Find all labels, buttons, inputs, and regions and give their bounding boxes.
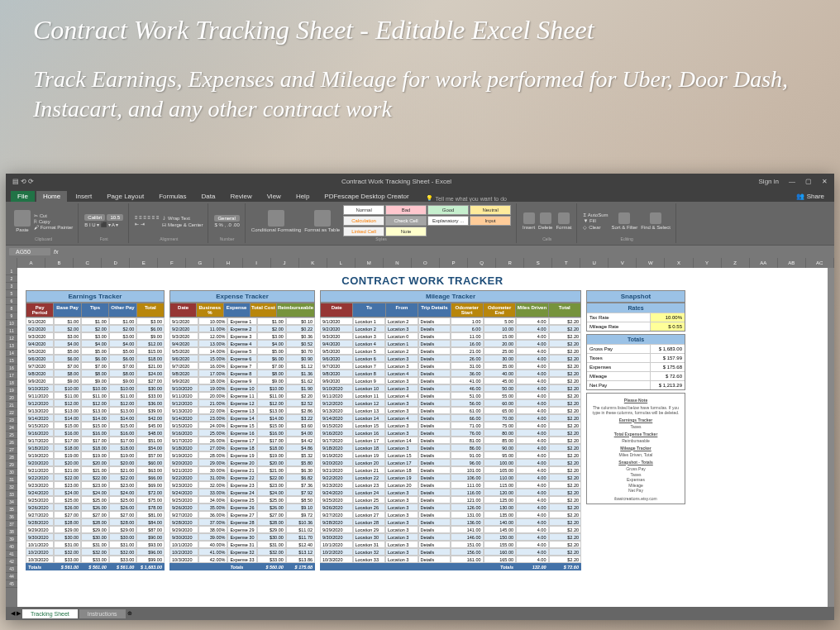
number-format-select[interactable]: General <box>214 215 239 222</box>
font-style-buttons[interactable]: B I U ▾ ⬛ ▾ A ▾ <box>84 222 123 227</box>
table-row[interactable]: 9/11/2020Location 11Location 4Details51.… <box>320 392 581 399</box>
table-row[interactable]: 9/12/2020Location 12Location 3Details56.… <box>320 399 581 407</box>
paste-button[interactable]: Paste <box>14 210 31 232</box>
table-row[interactable]: 10/2/2020Location 32Location 3Details156… <box>320 548 581 556</box>
table-row[interactable]: 9/5/202014.00%Expense 5$5.00$0.70 <box>169 347 315 355</box>
table-row[interactable]: 10/1/2020$31.00$31.00$31.00$93.00 <box>26 541 165 548</box>
table-row[interactable]: 9/22/202031.00%Expense 22$22.00$6.82 <box>169 474 315 481</box>
table-row[interactable]: 9/12/202021.00%Expense 12$12.00$2.52 <box>169 399 315 407</box>
fx-icon[interactable]: fx <box>54 249 58 255</box>
sort-filter-button[interactable]: Sort & Filter <box>612 212 638 230</box>
table-row[interactable]: 9/4/2020$4.00$4.00$4.00$12.00 <box>26 340 165 347</box>
merge-button[interactable]: ⊟ Merge & Center <box>162 222 203 227</box>
table-row[interactable]: 9/2/202011.00%Expense 2$2.00$0.22 <box>169 325 315 332</box>
table-row[interactable]: 9/27/2020Location 27Location 3Details131… <box>320 511 581 518</box>
table-row[interactable]: 9/29/202038.00%Expense 29$29.00$11.02 <box>169 526 315 533</box>
align-buttons[interactable]: ≡ ≡ ≡ ≡ ≡ ≡ <box>135 215 159 220</box>
insert-cells-button[interactable]: Insert <box>523 212 535 230</box>
table-row[interactable]: 9/2/2020Location 2Location 3Details6.001… <box>320 325 581 332</box>
table-row[interactable]: 9/29/2020Location 29Location 3Details141… <box>320 526 581 533</box>
tab-file[interactable]: File <box>11 191 35 202</box>
table-row[interactable]: 9/16/202025.00%Expense 16$16.00$4.00 <box>169 429 315 437</box>
table-row[interactable]: 9/6/202015.00%Expense 6$6.00$0.90 <box>169 355 315 362</box>
table-row[interactable]: 9/26/202035.00%Expense 26$26.00$9.10 <box>169 504 315 511</box>
table-row[interactable]: 9/12/2020$12.00$12.00$12.00$36.00 <box>26 399 165 407</box>
table-row[interactable]: 9/5/2020Location 5Location 2Details21.00… <box>320 347 581 355</box>
table-row[interactable]: 9/24/202033.00%Expense 24$24.00$7.92 <box>169 489 315 496</box>
table-row[interactable]: 9/18/2020$18.00$18.00$18.00$54.00 <box>26 444 165 451</box>
table-row[interactable]: 9/30/2020$30.00$30.00$30.00$90.00 <box>26 533 165 541</box>
close-icon[interactable]: ✕ <box>822 178 828 185</box>
table-row[interactable]: 9/5/2020$5.00$5.00$5.00$15.00 <box>26 347 165 355</box>
mileage-rate-cell[interactable]: $ 0.55 <box>650 322 685 331</box>
table-row[interactable]: 9/9/2020$9.00$9.00$9.00$27.00 <box>26 377 165 384</box>
tab-view[interactable]: View <box>260 191 288 202</box>
table-row[interactable]: 9/14/202023.00%Expense 14$14.00$3.22 <box>169 414 315 422</box>
table-row[interactable]: 9/26/2020Location 26Location 3Details126… <box>320 504 581 511</box>
table-row[interactable]: 9/4/202013.00%Expense 4$4.00$0.52 <box>169 340 315 347</box>
table-row[interactable]: 9/7/2020$7.00$7.00$7.00$21.00 <box>26 362 165 370</box>
table-row[interactable]: 9/28/2020$28.00$28.00$28.00$84.00 <box>26 518 165 526</box>
copy-button[interactable]: ⎘ Copy <box>34 219 73 224</box>
table-row[interactable]: 9/16/2020Location 16Location 3Details76.… <box>320 429 581 437</box>
table-row[interactable]: 9/2/2020$2.00$2.00$2.00$6.00 <box>26 325 165 332</box>
table-row[interactable]: 9/26/2020$26.00$26.00$26.00$78.00 <box>26 504 165 511</box>
table-row[interactable]: 9/28/2020Location 28Location 3Details136… <box>320 518 581 526</box>
table-row[interactable]: 9/7/2020Location 7Location 3Details31.00… <box>320 362 581 370</box>
row-headers[interactable]: 1235689101112131415161718192021222324252… <box>6 268 17 607</box>
format-painter-button[interactable]: 🖌 Format Painter <box>34 225 73 230</box>
table-row[interactable]: 9/22/2020$22.00$22.00$22.00$66.00 <box>26 474 165 481</box>
table-row[interactable]: 9/8/2020$8.00$8.00$8.00$24.00 <box>26 370 165 377</box>
table-row[interactable]: 10/1/202040.00%Expense 31$31.00$12.40 <box>169 541 315 548</box>
tab-data[interactable]: Data <box>195 191 222 202</box>
table-row[interactable]: 10/3/2020$33.00$33.00$33.00$99.00 <box>26 556 165 563</box>
font-name-select[interactable]: Calibri <box>84 214 105 221</box>
table-row[interactable]: 9/13/202022.00%Expense 13$13.00$2.86 <box>169 407 315 414</box>
table-row[interactable]: 10/3/2020Location 33Location 3Details161… <box>320 556 581 563</box>
vertical-scrollbar[interactable] <box>828 268 834 607</box>
tab-home[interactable]: Home <box>36 191 67 202</box>
signin-button[interactable]: Sign in <box>759 178 779 185</box>
sheet-grid[interactable]: CONTRACT WORK TRACKER Earnings Tracker P… <box>17 268 828 607</box>
table-row[interactable]: 10/2/2020$32.00$32.00$32.00$96.00 <box>26 548 165 556</box>
table-row[interactable]: 9/27/2020$27.00$27.00$27.00$81.00 <box>26 511 165 518</box>
format-as-table-button[interactable]: Format as Table <box>304 210 340 232</box>
table-row[interactable]: 9/1/202010.00%Expense 1$1.00$0.10 <box>169 317 315 325</box>
table-row[interactable]: 9/9/202018.00%Expense 9$9.00$1.62 <box>169 377 315 384</box>
table-row[interactable]: 9/23/2020$23.00$23.00$23.00$69.00 <box>26 481 165 489</box>
minimize-icon[interactable]: — <box>789 178 795 185</box>
fill-button[interactable]: ▼ Fill <box>583 218 608 223</box>
tell-me-input[interactable]: 💡 Tell me what you want to do <box>426 195 507 202</box>
table-row[interactable]: 9/3/202012.00%Expense 3$3.00$0.36 <box>169 332 315 340</box>
table-row[interactable]: 10/3/202042.00%Expense 33$33.00$13.86 <box>169 556 315 563</box>
table-row[interactable]: 9/11/202020.00%Expense 11$11.00$2.20 <box>169 392 315 399</box>
table-row[interactable]: 9/10/202019.00%Expense 10$10.00$1.90 <box>169 384 315 392</box>
table-row[interactable]: 9/30/202039.00%Expense 30$30.00$11.70 <box>169 533 315 541</box>
table-row[interactable]: 9/23/202032.00%Expense 23$23.00$7.36 <box>169 481 315 489</box>
find-select-button[interactable]: Find & Select <box>641 212 671 230</box>
table-row[interactable]: 9/19/2020$19.00$19.00$19.00$57.00 <box>26 451 165 459</box>
table-row[interactable]: 9/19/2020Location 19Location 15Details91… <box>320 451 581 459</box>
font-size-select[interactable]: 10.5 <box>107 214 123 221</box>
table-row[interactable]: 9/21/2020Location 21Location 18Details10… <box>320 466 581 474</box>
table-row[interactable]: 9/4/2020Location 4Location 1Details16.00… <box>320 340 581 347</box>
table-row[interactable]: 9/17/202026.00%Expense 17$17.00$4.42 <box>169 437 315 444</box>
table-row[interactable]: 9/17/2020Location 17Location 14Details81… <box>320 437 581 444</box>
format-cells-button[interactable]: Format <box>556 212 571 230</box>
tab-help[interactable]: Help <box>289 191 316 202</box>
table-row[interactable]: 9/29/2020$29.00$29.00$29.00$87.00 <box>26 526 165 533</box>
table-row[interactable]: 9/15/2020$15.00$15.00$15.00$45.00 <box>26 422 165 429</box>
table-row[interactable]: 9/28/202037.00%Expense 28$28.00$10.36 <box>169 518 315 526</box>
table-row[interactable]: 9/23/2020Location 23Location 20Details11… <box>320 481 581 489</box>
table-row[interactable]: 9/20/202029.00%Expense 20$20.00$5.80 <box>169 459 315 466</box>
table-row[interactable]: 9/3/2020$3.00$3.00$3.00$9.00 <box>26 332 165 340</box>
table-row[interactable]: 9/6/2020Location 6Location 3Details26.00… <box>320 355 581 362</box>
table-row[interactable]: 9/21/202030.00%Expense 21$21.00$6.30 <box>169 466 315 474</box>
maximize-icon[interactable]: ▢ <box>805 178 812 185</box>
tax-rate-cell[interactable]: 10.00% <box>650 313 685 322</box>
wrap-text-button[interactable]: ⤸ Wrap Text <box>162 215 203 221</box>
sheet-tab-instructions[interactable]: Instructions <box>79 609 126 618</box>
table-row[interactable]: 10/1/2020Location 31Location 3Details151… <box>320 541 581 548</box>
conditional-formatting-button[interactable]: Conditional Formatting <box>251 210 301 232</box>
table-row[interactable]: 9/17/2020$17.00$17.00$17.00$51.00 <box>26 437 165 444</box>
